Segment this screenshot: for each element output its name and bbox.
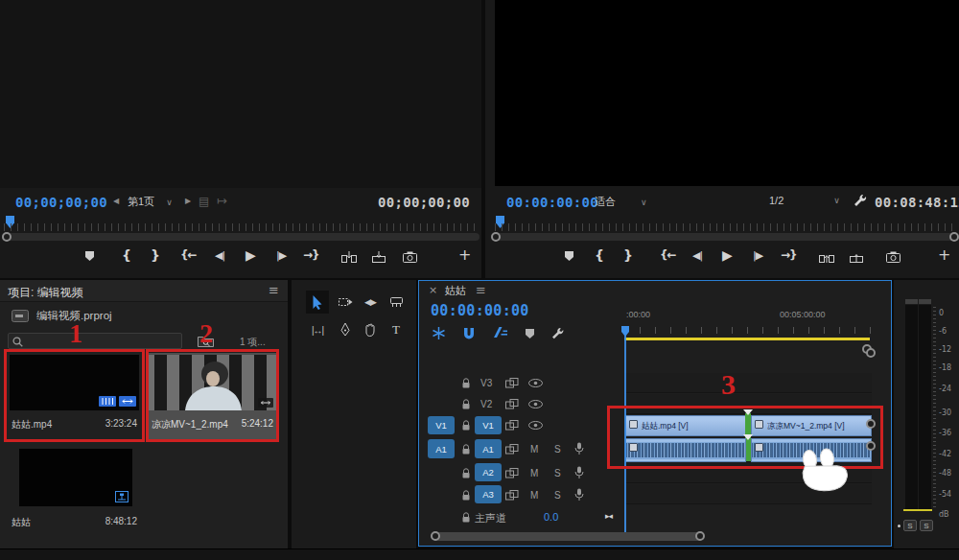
- source-v1-button[interactable]: V1: [428, 416, 455, 434]
- target-a3-button[interactable]: A3: [475, 485, 502, 503]
- fit-sequence-icon[interactable]: ▸◂: [605, 512, 612, 521]
- eye-icon[interactable]: [528, 421, 543, 430]
- sync-lock-icon[interactable]: [505, 490, 519, 501]
- go-to-in-icon[interactable]: {←: [180, 249, 197, 261]
- ripple-edit-tool-button[interactable]: ◀▶: [359, 291, 382, 314]
- lock-icon[interactable]: [461, 399, 471, 410]
- lock-icon[interactable]: [461, 468, 471, 479]
- settings-wrench-icon[interactable]: [854, 194, 867, 207]
- project-item-3[interactable]: 姑姑 8:48:12: [6, 445, 143, 537]
- lock-icon[interactable]: [461, 444, 471, 455]
- eye-icon[interactable]: [528, 379, 543, 387]
- timeline-h-scrollbar[interactable]: [433, 532, 703, 541]
- panel-menu-icon[interactable]: ≡: [476, 284, 486, 296]
- track-select-tool-button[interactable]: [334, 291, 357, 314]
- eye-icon[interactable]: [528, 400, 543, 408]
- export-page-icon[interactable]: ▤: [199, 196, 209, 207]
- mark-out-icon[interactable]: }: [151, 248, 160, 262]
- search-box[interactable]: [8, 333, 182, 349]
- program-timecode[interactable]: 00:00:00:00: [506, 195, 598, 210]
- sync-lock-icon[interactable]: [505, 468, 519, 478]
- nest-sequence-icon[interactable]: [433, 327, 445, 339]
- hand-tool-button[interactable]: [359, 318, 382, 341]
- linked-selection-icon[interactable]: [494, 327, 507, 338]
- track-v2-label[interactable]: V2: [480, 399, 492, 409]
- export-frame-icon[interactable]: [886, 251, 901, 263]
- source-zoom-scrollbar[interactable]: [2, 233, 480, 241]
- extract-icon[interactable]: [850, 251, 863, 263]
- program-scrollbar-handle-right[interactable]: [949, 232, 959, 242]
- overwrite-icon[interactable]: [372, 251, 386, 263]
- lift-icon[interactable]: [819, 251, 834, 263]
- voiceover-mic-icon[interactable]: [574, 466, 584, 479]
- type-tool-button[interactable]: T: [385, 318, 408, 341]
- panel-menu-icon[interactable]: ≡: [269, 284, 279, 296]
- mark-in-icon[interactable]: {: [122, 248, 131, 262]
- sync-lock-icon[interactable]: [505, 444, 519, 455]
- h-scrollbar-handle-right[interactable]: [695, 531, 705, 541]
- sync-lock-icon[interactable]: [505, 420, 519, 431]
- goto-marker-icon[interactable]: ↦: [217, 195, 227, 207]
- timeline-settings-wrench-icon[interactable]: [551, 327, 564, 339]
- razor-tool-button[interactable]: [385, 291, 408, 314]
- step-forward-icon[interactable]: |▶: [276, 250, 286, 261]
- go-to-out-icon[interactable]: →}: [781, 249, 797, 261]
- insert-icon[interactable]: [341, 251, 357, 263]
- selection-tool-button[interactable]: [306, 291, 329, 314]
- master-level-value[interactable]: 0.0: [544, 511, 558, 523]
- add-marker-icon[interactable]: [525, 328, 535, 339]
- play-icon[interactable]: ▶: [722, 248, 733, 262]
- lock-icon[interactable]: [461, 512, 471, 524]
- close-panel-icon[interactable]: ×: [429, 285, 437, 295]
- slip-tool-button[interactable]: |↔|: [306, 318, 329, 341]
- solo-button[interactable]: S: [554, 490, 561, 501]
- prev-page-icon[interactable]: ◀: [113, 198, 119, 205]
- step-forward-icon[interactable]: |▶: [753, 250, 762, 261]
- button-editor-icon[interactable]: +: [938, 247, 950, 263]
- button-editor-icon[interactable]: +: [458, 247, 471, 263]
- voiceover-mic-icon[interactable]: [574, 488, 584, 502]
- mute-button[interactable]: M: [530, 468, 538, 478]
- program-ruler[interactable]: [495, 223, 957, 231]
- source-scrollbar-handle[interactable]: [2, 232, 12, 242]
- mark-in-icon[interactable]: {: [595, 248, 604, 262]
- export-frame-icon[interactable]: [403, 251, 417, 263]
- timeline-tab[interactable]: 姑姑: [445, 284, 466, 298]
- timeline-timecode[interactable]: 00:00:00:00: [431, 302, 529, 319]
- lock-icon[interactable]: [461, 490, 471, 502]
- track-v3-label[interactable]: V3: [480, 378, 492, 388]
- snap-magnet-icon[interactable]: [463, 327, 475, 339]
- solo-left-button[interactable]: S: [903, 520, 917, 531]
- source-a1-button[interactable]: A1: [428, 439, 455, 458]
- voiceover-mic-icon[interactable]: [574, 442, 584, 455]
- target-a2-button[interactable]: A2: [475, 463, 502, 481]
- pen-tool-button[interactable]: [334, 318, 357, 341]
- mute-button[interactable]: M: [530, 490, 538, 501]
- source-ruler[interactable]: [4, 223, 478, 231]
- next-page-icon[interactable]: ▶: [185, 198, 191, 205]
- solo-button[interactable]: S: [554, 468, 561, 478]
- mark-out-icon[interactable]: }: [623, 248, 633, 262]
- go-to-out-icon[interactable]: →}: [303, 249, 319, 261]
- add-marker-icon[interactable]: [84, 250, 95, 262]
- solo-right-button[interactable]: S: [920, 520, 933, 531]
- play-icon[interactable]: ▶: [246, 248, 256, 262]
- add-marker-icon[interactable]: [564, 250, 574, 262]
- sync-lock-icon[interactable]: [505, 399, 519, 409]
- timeline-ruler[interactable]: [624, 327, 872, 334]
- program-zoom-scrollbar[interactable]: [493, 233, 959, 241]
- vertical-scroll-handle-top[interactable]: [866, 348, 876, 358]
- search-input[interactable]: [28, 334, 179, 348]
- work-area-bar[interactable]: [624, 338, 870, 340]
- step-back-icon[interactable]: ◀|: [215, 250, 224, 261]
- target-v1-button[interactable]: V1: [475, 416, 502, 434]
- go-to-in-icon[interactable]: {←: [660, 249, 676, 261]
- master-track-label[interactable]: 主声道: [475, 511, 506, 525]
- target-a1-button[interactable]: A1: [475, 439, 502, 458]
- mute-button[interactable]: M: [530, 444, 538, 455]
- lock-icon[interactable]: [461, 378, 471, 389]
- h-scrollbar-handle-left[interactable]: [431, 531, 440, 541]
- program-scrollbar-handle-left[interactable]: [491, 232, 501, 242]
- step-back-icon[interactable]: ◀|: [692, 250, 702, 261]
- sync-lock-icon[interactable]: [505, 378, 519, 388]
